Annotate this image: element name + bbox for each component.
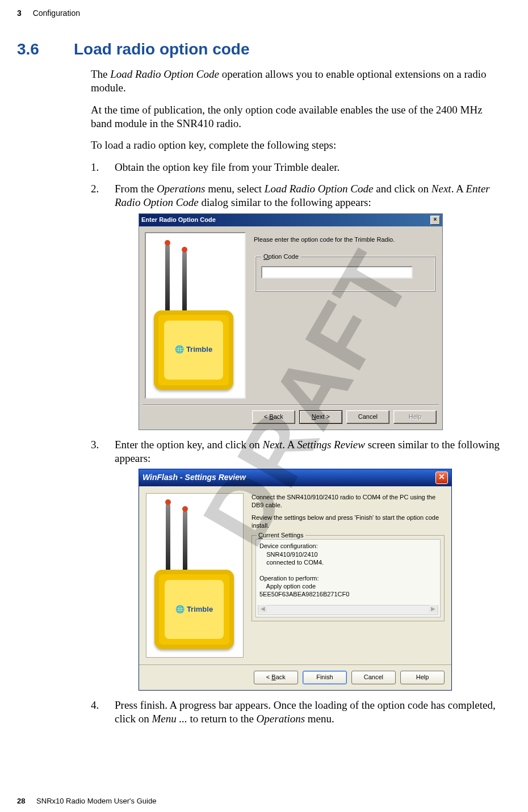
fieldset-legend: Current Settings <box>257 531 305 539</box>
book-title: SNRx10 Radio Modem User's Guide <box>36 797 156 805</box>
chapter-label: Configuration <box>33 9 80 18</box>
scrollbar-horizontal[interactable]: ◀ ▶ <box>258 605 438 615</box>
close-icon[interactable]: × <box>430 216 440 225</box>
section-number: 3.6 <box>17 40 74 58</box>
page-footer: 28 SNRx10 Radio Modem User's Guide <box>17 797 156 805</box>
step-1: 1. Obtain the option key file from your … <box>91 161 500 174</box>
next-button[interactable]: Next > <box>299 410 342 424</box>
option-code-input[interactable] <box>261 266 413 279</box>
paragraph-1: The Load Radio Option Code operation all… <box>91 68 500 95</box>
dialog-button-bar: < Back Next > Cancel Help <box>139 406 442 430</box>
figure-dialog-2: WinFlash - Settings Review ✕ Trimble <box>139 469 500 691</box>
option-code-fieldset: Option Code <box>255 253 435 292</box>
page-header: 3 Configuration <box>17 9 500 18</box>
help-button: Help <box>393 410 437 424</box>
antenna-icon <box>182 251 187 313</box>
dialog-title: Enter Radio Option Code <box>141 216 216 224</box>
enter-option-code-dialog: Enter Radio Option Code × Trimble <box>139 213 443 430</box>
radio-device-icon: Trimble <box>154 570 234 649</box>
settings-review-dialog: WinFlash - Settings Review ✕ Trimble <box>139 469 452 691</box>
antenna-icon <box>165 245 170 313</box>
fieldset-legend: Option Code <box>261 253 301 260</box>
scroll-right-icon[interactable]: ▶ <box>429 605 438 613</box>
step-3: 3. Enter the option key, and click on Ne… <box>91 438 500 691</box>
dialog-titlebar: WinFlash - Settings Review ✕ <box>139 469 451 486</box>
dialog-titlebar: Enter Radio Option Code × <box>139 214 442 226</box>
step-4: 4. Press finish. A progress bar appears.… <box>91 699 500 726</box>
back-button[interactable]: < Back <box>254 671 298 684</box>
dialog-instruction: Please enter the option code for the Tri… <box>254 235 437 243</box>
help-button[interactable]: Help <box>400 671 445 684</box>
antenna-icon <box>183 511 187 572</box>
radio-device-icon: Trimble <box>154 310 233 390</box>
section-title: Load radio option code <box>74 40 250 58</box>
dialog-button-bar: < Back Finish Cancel Help <box>139 664 451 690</box>
device-image: Trimble <box>145 232 246 399</box>
back-button[interactable]: < Back <box>252 410 295 424</box>
dialog-instruction-2: Review the settings below and press 'Fin… <box>252 514 445 529</box>
cancel-button[interactable]: Cancel <box>351 671 396 684</box>
step-2: 2. From the Operations menu, select Load… <box>91 182 500 430</box>
close-icon[interactable]: ✕ <box>435 472 448 484</box>
dialog-instruction-1: Connect the SNR410/910/2410 radio to COM… <box>252 493 445 509</box>
chapter-number: 3 <box>17 9 22 18</box>
scroll-left-icon[interactable]: ◀ <box>258 605 267 613</box>
figure-dialog-1: Enter Radio Option Code × Trimble <box>139 213 500 430</box>
current-settings-fieldset: Current Settings Device configuration: S… <box>252 535 445 621</box>
paragraph-2: At the time of publication, the only opt… <box>91 103 500 131</box>
paragraph-3: To load a radio option key, complete the… <box>91 138 500 152</box>
cancel-button[interactable]: Cancel <box>346 410 389 424</box>
section-heading: 3.6Load radio option code <box>17 40 500 58</box>
finish-button[interactable]: Finish <box>303 671 347 684</box>
device-image: Trimble <box>146 493 244 658</box>
dialog-title: WinFlash - Settings Review <box>143 473 246 483</box>
antenna-icon <box>166 504 170 572</box>
page-number: 28 <box>17 797 25 805</box>
